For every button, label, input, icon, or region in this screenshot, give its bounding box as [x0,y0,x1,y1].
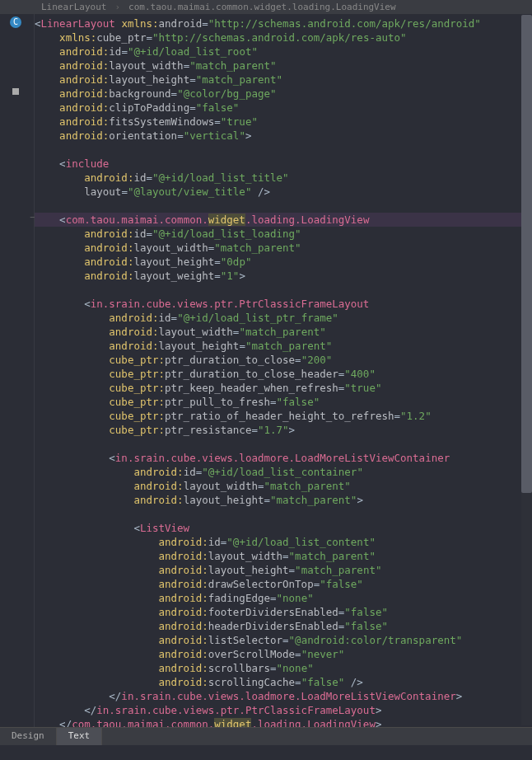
code-line[interactable]: android:footerDividersEnabled="false" [35,605,532,619]
code-line[interactable] [35,437,532,451]
code-line[interactable]: cube_ptr:ptr_keep_header_when_refresh="t… [35,381,532,395]
code-line[interactable]: android:drawSelectorOnTop="false" [35,577,532,591]
code-line[interactable]: android:layout_height="match_parent"> [35,493,532,507]
breadcrumb[interactable]: LinearLayout › com.taou.maimai.common.wi… [0,0,532,14]
code-line[interactable]: cube_ptr:ptr_duration_to_close_header="4… [35,367,532,381]
code-line[interactable]: android:layout_width="match_parent" [35,241,532,255]
code-line[interactable]: android:orientation="vertical"> [35,129,532,143]
editor-gutter[interactable]: C − [0,14,35,727]
code-line[interactable]: <in.srain.cube.views.loadmore.LoadMoreLi… [35,451,532,465]
code-line[interactable]: android:layout_width="match_parent" [35,549,532,563]
code-line[interactable]: android:scrollingCache="false" /> [35,675,532,689]
code-line[interactable] [35,507,532,521]
code-line[interactable]: android:id="@+id/load_list_root" [35,45,532,59]
code-line[interactable]: cube_ptr:ptr_duration_to_close="200" [35,353,532,367]
code-line[interactable]: android:id="@+id/load_list_loading" [35,227,532,241]
fold-minus-icon[interactable]: − [26,212,38,223]
code-line[interactable]: xmlns:cube_ptr="http://schemas.android.c… [35,30,532,45]
code-line[interactable]: android:fadingEdge="none" [35,591,532,605]
code-line[interactable]: android:id="@+id/load_list_ptr_frame" [35,311,532,325]
code-line[interactable]: android:layout_weight="1"> [35,269,532,283]
code-line[interactable]: </in.srain.cube.views.loadmore.LoadMoreL… [35,689,532,703]
code-line[interactable]: cube_ptr:ptr_pull_to_fresh="false" [35,395,532,409]
code-line[interactable] [35,199,532,213]
code-line[interactable]: android:layout_height="match_parent" [35,563,532,577]
vertical-scrollbar[interactable] [521,15,532,725]
code-line[interactable]: android:listSelector="@android:color/tra… [35,633,532,647]
code-line[interactable]: android:background="@color/bg_page" [35,87,532,101]
scroll-thumb[interactable] [521,15,532,493]
code-line[interactable]: <include [35,157,532,171]
code-line[interactable]: android:id="@+id/load_list_title" [35,171,532,185]
code-line[interactable] [35,143,532,157]
code-line[interactable]: <LinearLayout xmlns:android="http://sche… [35,16,532,30]
code-line[interactable]: android:fitsSystemWindows="true" [35,115,532,129]
code-line[interactable]: android:id="@+id/load_list_container" [35,465,532,479]
breadcrumb-item[interactable]: com.taou.maimai.common.widget.loading.Lo… [128,2,396,12]
bottom-tabs: Design Text [0,727,532,745]
code-line[interactable]: android:scrollbars="none" [35,661,532,675]
code-line[interactable]: <in.srain.cube.views.ptr.PtrClassicFrame… [35,297,532,311]
code-line[interactable] [35,283,532,297]
chevron-right-icon: › [114,2,120,12]
code-line[interactable]: cube_ptr:ptr_resistance="1.7"> [35,423,532,437]
code-editor[interactable]: C − <LinearLayout xmlns:android="http://… [0,14,532,727]
code-line[interactable]: <ListView [35,521,532,535]
code-line[interactable]: android:layout_height="0dp" [35,255,532,269]
gutter-mark-icon[interactable]: C [10,16,21,28]
code-line[interactable]: </in.srain.cube.views.ptr.PtrClassicFram… [35,703,532,717]
code-line[interactable]: cube_ptr:ptr_ratio_of_header_height_to_r… [35,409,532,423]
gutter-mark-icon[interactable] [12,88,19,95]
code-body[interactable]: <LinearLayout xmlns:android="http://sche… [35,14,532,727]
code-line[interactable]: layout="@layout/view_title" /> [35,185,532,199]
code-line[interactable]: android:layout_width="match_parent" [35,325,532,339]
code-line[interactable]: android:id="@+id/load_list_content" [35,535,532,549]
code-line[interactable]: android:layout_width="match_parent" [35,479,532,493]
code-line[interactable]: <com.taou.maimai.common.widget.loading.L… [35,213,532,227]
code-line[interactable]: android:layout_width="match_parent" [35,59,532,73]
breadcrumb-item[interactable]: LinearLayout [41,2,106,12]
code-line[interactable]: android:headerDividersEnabled="false" [35,619,532,633]
code-line[interactable]: </com.taou.maimai.common.widget.loading.… [35,717,532,727]
code-line[interactable]: android:layout_height="match_parent" [35,73,532,87]
code-line[interactable]: android:layout_height="match_parent" [35,339,532,353]
tab-text[interactable]: Text [57,728,103,745]
code-line[interactable]: android:overScrollMode="never" [35,647,532,661]
code-line[interactable]: android:clipToPadding="false" [35,101,532,115]
tab-design[interactable]: Design [0,728,57,745]
